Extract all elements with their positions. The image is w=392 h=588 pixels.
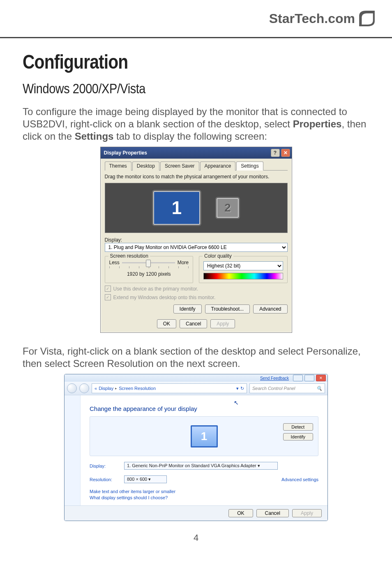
help-link-textsize[interactable]: Make text and other items larger or smal…	[90, 489, 318, 494]
res-group-title: Screen resolution	[108, 253, 150, 259]
monitor-1[interactable]: 1	[153, 191, 200, 225]
vista-content: Change the appearance of your display ↖ …	[81, 395, 327, 505]
send-feedback-link[interactable]: Send Feedback	[260, 376, 289, 380]
xp-dialog-body: Themes Desktop Screen Saver Appearance S…	[101, 159, 292, 332]
vista-body: Change the appearance of your display ↖ …	[65, 395, 327, 505]
close-button[interactable]: ✕	[316, 375, 326, 381]
tab-settings[interactable]: Settings	[236, 161, 263, 171]
page-header: StarTech.com	[0, 0, 392, 38]
bottom-button-row: OK Cancel Apply	[105, 319, 288, 328]
cancel-button[interactable]: Cancel	[180, 319, 207, 328]
breadcrumb[interactable]: « Display ▸ Screen Resolution ▾ ↻	[92, 383, 247, 393]
intro-settings-bold: Settings	[75, 131, 114, 142]
search-placeholder: Search Control Panel	[252, 386, 295, 391]
ok-button[interactable]: OK	[228, 509, 253, 517]
resolution-slider[interactable]: Less More	[109, 260, 189, 265]
brand-block: StarTech.com	[269, 10, 376, 27]
tab-themes[interactable]: Themes	[105, 161, 131, 171]
xp-dialog-wrap: Display Properties ? ✕ Themes Desktop Sc…	[23, 147, 369, 333]
page-body: Configuration Windows 2000/XP/Vista To c…	[0, 38, 392, 553]
vista-dialog-wrap: Send Feedback ✕ « Display ▸ Screen Resol…	[23, 374, 369, 523]
resolution-label: Resolution:	[90, 477, 118, 482]
res-less-label: Less	[109, 260, 120, 265]
troubleshoot-button[interactable]: Troubleshoot...	[205, 304, 250, 314]
tab-strip: Themes Desktop Screen Saver Appearance S…	[105, 161, 288, 171]
refresh-icon[interactable]: ↻	[240, 386, 244, 391]
primary-checkbox[interactable]: ✓	[105, 286, 111, 292]
dropdown-icon[interactable]: ▾	[236, 386, 239, 391]
vista-address-bar: « Display ▸ Screen Resolution ▾ ↻ Search…	[65, 382, 327, 395]
xp-titlebar-buttons: ? ✕	[271, 149, 290, 157]
intro-properties-bold: Properties	[293, 118, 342, 129]
resolution-color-row: Screen resolution Less More 1920 by 1200…	[105, 256, 288, 283]
cursor-icon: ↖	[234, 399, 239, 406]
close-icon: ✕	[284, 150, 288, 156]
help-button[interactable]: ?	[271, 149, 280, 157]
display-label: Display:	[90, 463, 118, 468]
vista-monitor-1[interactable]: 1	[191, 425, 218, 447]
cancel-button[interactable]: Cancel	[256, 509, 289, 517]
section-title: Windows 2000/XP/Vista	[23, 81, 317, 97]
vista-heading-text: Change the appearance of your display	[90, 405, 197, 412]
minimize-button[interactable]	[293, 375, 303, 381]
monitor-1-label: 1	[172, 198, 182, 218]
brand-text: StarTech.com	[269, 11, 355, 26]
resolution-text: 1920 by 1200 pixels	[109, 271, 189, 277]
apply-button[interactable]: Apply	[292, 509, 322, 517]
advanced-button[interactable]: Advanced	[253, 304, 287, 314]
search-input[interactable]: Search Control Panel 🔍	[249, 383, 325, 393]
tab-desktop[interactable]: Desktop	[132, 161, 159, 171]
identify-button[interactable]: Identify	[283, 433, 313, 440]
res-more-label: More	[178, 260, 189, 265]
color-quality-select[interactable]: Highest (32 bit)	[203, 261, 283, 270]
display-label: Display:	[105, 237, 288, 243]
advanced-settings-link[interactable]: Advanced settings	[281, 477, 318, 482]
crumb-controls: ▾ ↻	[236, 386, 244, 391]
help-link-what-settings[interactable]: What display settings should I choose?	[90, 495, 318, 500]
monitor-arrangement-area[interactable]: 1 2	[105, 183, 288, 233]
xp-title-bar[interactable]: Display Properties ? ✕	[101, 147, 292, 159]
intro-text-3: tab to display the following screen:	[113, 131, 267, 142]
detect-button[interactable]: Detect	[283, 423, 313, 431]
color-quality-group: Color quality Highest (32 bit)	[199, 256, 288, 283]
brand-logo-icon	[358, 10, 376, 27]
vista-paragraph: For Vista, right-click on a blank sectio…	[23, 345, 369, 370]
close-button[interactable]: ✕	[281, 149, 290, 157]
close-icon: ✕	[319, 376, 323, 380]
slider-track[interactable]	[122, 262, 175, 263]
display-dropdown[interactable]: 1. Generic Non-PnP Monitor on Standard V…	[124, 462, 278, 470]
extend-desktop-checkbox-row: ✓ Extend my Windows desktop onto this mo…	[105, 294, 288, 300]
forward-button[interactable]	[79, 383, 89, 393]
extend-checkbox[interactable]: ✓	[105, 294, 111, 300]
xp-title-text: Display Properties	[104, 150, 147, 156]
display-select[interactable]: 1. Plug and Play Monitor on NVIDIA GeFor…	[105, 243, 288, 252]
chevron-right-icon: ▸	[115, 386, 117, 390]
ok-button[interactable]: OK	[157, 319, 176, 328]
crumb-display[interactable]: Display	[99, 386, 113, 391]
tab-appearance[interactable]: Appearance	[200, 161, 236, 171]
maximize-button[interactable]	[304, 375, 314, 381]
resolution-dropdown[interactable]: 800 × 600 ▾	[124, 475, 167, 483]
mid-button-row: Identify Troubleshoot... Advanced	[105, 304, 288, 314]
identify-button[interactable]: Identify	[173, 304, 202, 314]
tab-screensaver[interactable]: Screen Saver	[160, 161, 199, 171]
vista-footer: OK Cancel Apply	[65, 505, 327, 521]
help-links: Make text and other items larger or smal…	[90, 489, 318, 500]
color-preview-bar	[203, 273, 283, 279]
vista-titlebar[interactable]: Send Feedback ✕	[65, 374, 327, 382]
vista-heading: Change the appearance of your display ↖	[90, 405, 318, 412]
color-group-title: Color quality	[203, 253, 233, 259]
screen-resolution-group: Screen resolution Less More 1920 by 1200…	[105, 256, 194, 283]
monitor-2[interactable]: 2	[217, 198, 239, 218]
vista-screen-resolution-window: Send Feedback ✕ « Display ▸ Screen Resol…	[64, 374, 328, 521]
crumb-screenres[interactable]: Screen Resolution	[119, 386, 156, 391]
monitor-2-label: 2	[224, 201, 231, 214]
page-number: 4	[23, 533, 369, 549]
pane-side-buttons: Detect Identify	[283, 423, 313, 440]
apply-button[interactable]: Apply	[210, 319, 235, 328]
slider-thumb[interactable]	[146, 260, 151, 267]
back-button[interactable]	[67, 383, 77, 393]
xp-display-properties-dialog: Display Properties ? ✕ Themes Desktop Sc…	[100, 147, 292, 333]
primary-monitor-checkbox-row: ✓ Use this device as the primary monitor…	[105, 286, 288, 292]
monitor-arrangement-pane[interactable]: 1 Detect Identify	[90, 416, 318, 456]
